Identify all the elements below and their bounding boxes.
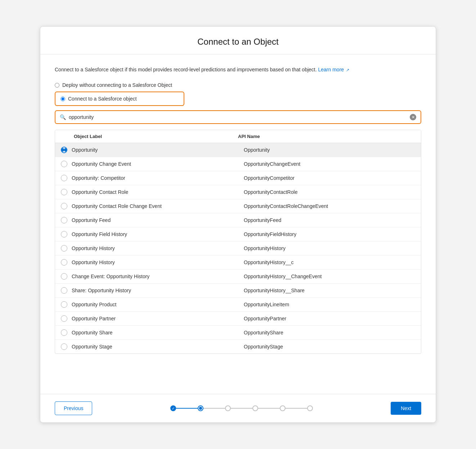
row-object-label: Share: Opportunity History: [72, 288, 131, 293]
row-object-label: Opportunity: [72, 147, 98, 153]
progress-step-6: [307, 405, 313, 411]
row-object-label: Opportunity Product: [72, 302, 117, 307]
row-label-cell: Opportunity Share: [61, 329, 238, 336]
table-row[interactable]: Share: Opportunity History OpportunityHi…: [55, 284, 421, 298]
table-row[interactable]: Change Event: Opportunity History Opport…: [55, 270, 421, 284]
row-radio[interactable]: [61, 175, 67, 181]
objects-table: Object Label API Name Opportunity Opport…: [55, 130, 421, 354]
row-object-label: Change Event: Opportunity History: [72, 274, 149, 279]
row-radio[interactable]: [61, 217, 67, 223]
row-api-name: OpportunityShare: [238, 330, 415, 335]
row-label-cell: Change Event: Opportunity History: [61, 273, 238, 280]
connect-to-box: Connect to a Salesforce object: [55, 92, 184, 106]
table-row[interactable]: Opportunity Field History OpportunityFie…: [55, 227, 421, 241]
learn-more-link[interactable]: Learn more ↗: [318, 67, 349, 72]
row-object-label: Opportunity Stage: [72, 344, 112, 350]
row-radio[interactable]: [61, 245, 67, 252]
modal-footer: Previous Next: [40, 394, 436, 422]
table-row[interactable]: Opportunity History OpportunityHistory__…: [55, 255, 421, 270]
row-label-cell: Opportunity: Competitor: [61, 175, 238, 181]
modal-body: Connect to a Salesforce object if this m…: [40, 54, 436, 394]
next-button[interactable]: Next: [391, 402, 421, 415]
deploy-without-option[interactable]: Deploy without connecting to a Salesforc…: [55, 82, 421, 88]
row-label-cell: Opportunity Field History: [61, 231, 238, 237]
table-row[interactable]: Opportunity Contact Role Change Event Op…: [55, 199, 421, 213]
row-radio[interactable]: [61, 343, 67, 350]
progress-step-4: [252, 405, 258, 411]
row-radio[interactable]: [61, 161, 67, 167]
row-api-name: OpportunityHistory__c: [238, 259, 415, 265]
table-row[interactable]: Opportunity Opportunity: [55, 143, 421, 157]
row-radio[interactable]: [61, 259, 67, 266]
page-title: Connect to an Object: [55, 37, 421, 47]
progress-step-5: [280, 405, 286, 411]
external-link-icon: ↗: [346, 68, 349, 72]
table-row[interactable]: Opportunity Partner OpportunityPartner: [55, 312, 421, 326]
modal-header: Connect to an Object: [40, 27, 436, 54]
table-row[interactable]: Opportunity Product OpportunityLineItem: [55, 298, 421, 312]
row-radio[interactable]: [61, 231, 67, 237]
progress-line-2: [203, 408, 225, 409]
row-api-name: OpportunityFieldHistory: [238, 231, 415, 237]
row-object-label: Opportunity History: [72, 259, 115, 265]
deploy-without-radio[interactable]: [55, 83, 59, 88]
row-label-cell: Share: Opportunity History: [61, 287, 238, 294]
row-label-cell: Opportunity Contact Role: [61, 189, 238, 195]
row-api-name: OpportunityLineItem: [238, 302, 415, 307]
row-label-cell: Opportunity Product: [61, 301, 238, 308]
row-api-name: OpportunityContactRole: [238, 189, 415, 195]
row-label-cell: Opportunity History: [61, 259, 238, 266]
row-radio[interactable]: [61, 203, 67, 209]
row-radio[interactable]: [61, 315, 67, 322]
row-label-cell: Opportunity History: [61, 245, 238, 252]
row-radio[interactable]: [61, 189, 67, 195]
table-row[interactable]: Opportunity Share OpportunityShare: [55, 326, 421, 340]
row-api-name: OpportunityChangeEvent: [238, 161, 415, 167]
previous-button[interactable]: Previous: [55, 401, 92, 415]
row-label-cell: Opportunity: [61, 147, 238, 153]
row-object-label: Opportunity Change Event: [72, 161, 131, 167]
row-object-label: Opportunity History: [72, 245, 115, 251]
table-row[interactable]: Opportunity History OpportunityHistory: [55, 241, 421, 255]
row-radio[interactable]: [61, 147, 67, 153]
progress-step-3: [225, 405, 231, 411]
table-header: Object Label API Name: [55, 130, 421, 143]
progress-line-3: [231, 408, 252, 409]
connect-to-option[interactable]: Connect to a Salesforce object: [60, 96, 179, 102]
row-label-cell: Opportunity Partner: [61, 315, 238, 322]
row-radio[interactable]: [61, 273, 67, 280]
row-object-label: Opportunity Field History: [72, 231, 127, 237]
table-row[interactable]: Opportunity Contact Role OpportunityCont…: [55, 185, 421, 199]
description-text: Connect to a Salesforce object if this m…: [55, 66, 421, 74]
row-object-label: Opportunity Contact Role Change Event: [72, 203, 162, 209]
row-object-label: Opportunity Partner: [72, 316, 116, 321]
search-input[interactable]: [69, 114, 410, 120]
row-radio[interactable]: [61, 301, 67, 308]
row-api-name: OpportunityHistory: [238, 245, 415, 251]
row-label-cell: Opportunity Contact Role Change Event: [61, 203, 238, 209]
connect-to-radio[interactable]: [60, 97, 65, 101]
clear-search-icon[interactable]: ✕: [410, 114, 416, 120]
search-icon: 🔍: [60, 114, 66, 120]
progress-step-1: [170, 405, 176, 411]
table-row[interactable]: Opportunity Stage OpportunityStage: [55, 340, 421, 354]
progress-line-4: [258, 408, 280, 409]
row-radio[interactable]: [61, 329, 67, 336]
search-wrapper: 🔍 ✕: [55, 110, 421, 124]
table-row[interactable]: Opportunity Feed OpportunityFeed: [55, 213, 421, 227]
row-api-name: OpportunityFeed: [238, 217, 415, 223]
col-header-api-name: API Name: [238, 134, 415, 139]
progress-step-2: [198, 405, 203, 411]
row-api-name: OpportunityHistory__ChangeEvent: [238, 274, 415, 279]
row-api-name: OpportunityStage: [238, 344, 415, 350]
table-rows-container: Opportunity Opportunity Opportunity Chan…: [55, 143, 421, 354]
row-api-name: Opportunity: [238, 147, 415, 153]
modal-container: Connect to an Object Connect to a Salesf…: [40, 26, 436, 423]
row-object-label: Opportunity: Competitor: [72, 175, 125, 181]
table-row[interactable]: Opportunity: Competitor OpportunityCompe…: [55, 171, 421, 185]
row-label-cell: Opportunity Stage: [61, 343, 238, 350]
progress-line-5: [286, 408, 307, 409]
table-row[interactable]: Opportunity Change Event OpportunityChan…: [55, 157, 421, 171]
row-api-name: OpportunityHistory__Share: [238, 288, 415, 293]
row-radio[interactable]: [61, 287, 67, 294]
